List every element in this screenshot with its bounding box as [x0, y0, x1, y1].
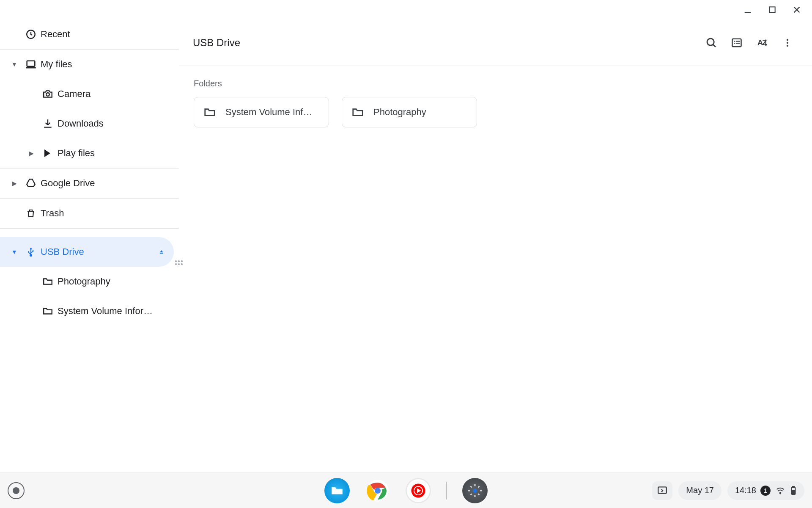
minimize-button[interactable]	[743, 5, 753, 15]
files-app-icon[interactable]	[324, 478, 350, 503]
sidebar-item-label: Trash	[41, 208, 179, 219]
folder-icon	[38, 276, 58, 287]
svg-rect-11	[736, 43, 740, 44]
sidebar-item-label: Play files	[58, 148, 179, 159]
shelf-pinned-apps	[324, 478, 488, 503]
calendar-pill[interactable]: May 17	[678, 481, 721, 500]
svg-point-4	[46, 93, 49, 96]
more-menu-button[interactable]	[775, 30, 800, 55]
shelf-divider	[446, 482, 447, 500]
shelf-status-area: May 17 14:18 1	[652, 481, 804, 500]
chrome-app-icon[interactable]	[365, 478, 390, 503]
chevron-down-icon[interactable]: ▼	[8, 248, 21, 255]
svg-point-5	[30, 254, 32, 256]
view-toggle-button[interactable]	[724, 30, 749, 55]
sidebar-resize-handle[interactable]	[175, 257, 183, 268]
svg-rect-9	[736, 41, 740, 41]
folder-name: Photography	[373, 107, 467, 118]
folder-icon	[38, 306, 58, 317]
sidebar-item-usb-photography[interactable]: Photography	[0, 267, 179, 296]
notification-count-badge: 1	[760, 486, 771, 496]
sidebar-item-label: Recent	[41, 29, 179, 40]
folder-card[interactable]: Photography	[342, 97, 477, 127]
quick-settings-toggle[interactable]	[652, 481, 672, 500]
sidebar-item-label: Camera	[58, 88, 179, 99]
app-frame: Recent ▼ My files Camera Downloads ▶	[0, 19, 812, 472]
sidebar-item-recent[interactable]: Recent	[0, 19, 179, 49]
chevron-right-icon[interactable]: ▶	[25, 150, 38, 157]
eject-button[interactable]	[149, 244, 165, 260]
drive-icon	[21, 178, 41, 189]
sidebar-item-camera[interactable]: Camera	[0, 79, 179, 109]
shelf-time: 14:18	[735, 486, 756, 495]
page-title: USB Drive	[193, 37, 240, 49]
trash-icon	[21, 208, 41, 218]
settings-app-icon[interactable]	[462, 478, 488, 503]
sidebar-item-label: Downloads	[58, 118, 179, 129]
svg-rect-3	[27, 61, 35, 66]
chevron-down-icon[interactable]: ▼	[8, 61, 21, 68]
shelf-date: May 17	[686, 486, 714, 495]
svg-rect-10	[734, 43, 735, 44]
folder-name: System Volume Inf…	[225, 107, 319, 118]
sidebar-item-usb-svi[interactable]: System Volume Infor…	[0, 296, 179, 326]
svg-rect-0	[745, 12, 751, 13]
content-area: USB Drive AZ Folders System Volume Inf…	[179, 19, 812, 472]
launcher-button[interactable]	[8, 482, 25, 499]
laptop-icon	[21, 58, 41, 70]
svg-point-20	[473, 489, 477, 492]
youtube-music-app-icon[interactable]	[406, 478, 431, 503]
folder-icon	[351, 106, 364, 119]
content-header: USB Drive AZ	[179, 19, 812, 66]
sidebar-item-play-files[interactable]: ▶ Play files	[0, 138, 179, 168]
svg-rect-1	[769, 7, 775, 12]
section-label: Folders	[194, 79, 812, 88]
svg-rect-8	[734, 41, 735, 41]
sidebar-item-my-files[interactable]: ▼ My files	[0, 50, 179, 79]
folder-grid: System Volume Inf… Photography	[179, 97, 812, 127]
sort-button[interactable]: AZ	[749, 30, 775, 55]
sidebar-item-label: Google Drive	[41, 178, 179, 189]
sidebar-item-usb-drive[interactable]: ▼ USB Drive	[0, 237, 174, 267]
chevron-right-icon[interactable]: ▶	[8, 180, 21, 187]
sidebar-item-label: Photography	[58, 276, 179, 287]
svg-point-16	[787, 44, 788, 46]
folder-card[interactable]: System Volume Inf…	[194, 97, 329, 127]
download-icon	[38, 118, 58, 129]
svg-point-15	[787, 41, 788, 43]
sidebar-item-downloads[interactable]: Downloads	[0, 109, 179, 138]
svg-rect-25	[792, 491, 795, 494]
status-tray[interactable]: 14:18 1	[727, 481, 804, 500]
shelf: May 17 14:18 1	[0, 472, 812, 508]
svg-point-6	[707, 39, 714, 45]
svg-rect-24	[793, 486, 794, 487]
close-button[interactable]	[792, 5, 802, 15]
maximize-button[interactable]	[767, 5, 777, 15]
sidebar-item-label: System Volume Infor…	[58, 306, 179, 317]
svg-point-14	[787, 39, 788, 40]
sidebar: Recent ▼ My files Camera Downloads ▶	[0, 19, 179, 472]
search-button[interactable]	[699, 30, 724, 55]
clock-icon	[21, 29, 41, 40]
window-controls	[0, 0, 812, 19]
camera-icon	[38, 88, 58, 99]
folder-icon	[203, 106, 216, 119]
usb-icon	[21, 247, 41, 257]
battery-icon	[790, 486, 797, 495]
play-store-icon	[38, 148, 58, 158]
svg-point-22	[780, 493, 781, 494]
wifi-icon	[776, 486, 785, 495]
sidebar-item-label: My files	[41, 59, 179, 70]
sidebar-item-google-drive[interactable]: ▶ Google Drive	[0, 168, 179, 198]
